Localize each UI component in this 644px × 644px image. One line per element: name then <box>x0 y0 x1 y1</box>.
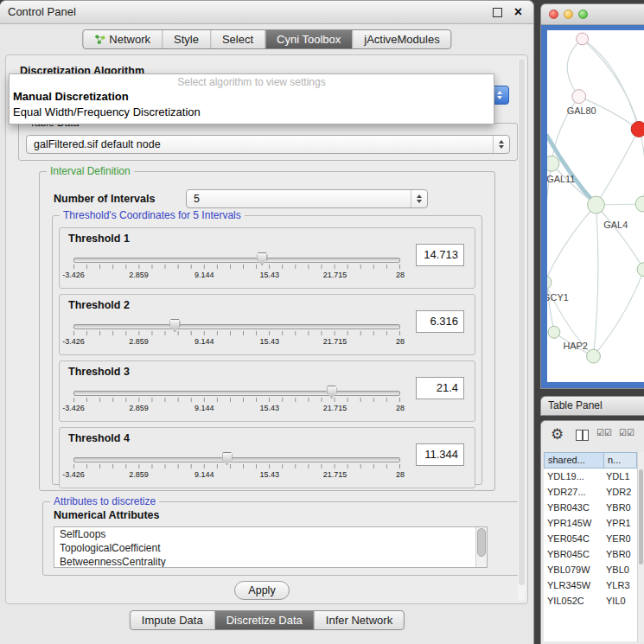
tick-label: 9.144 <box>194 404 214 412</box>
control-panel-titlebar[interactable]: Control Panel × <box>0 1 533 24</box>
network-edge[interactable] <box>567 39 582 97</box>
tick-label: -3.426 <box>62 470 85 479</box>
network-node-gcy1[interactable] <box>547 276 552 290</box>
select-attributes-icon[interactable]: ☑☑ <box>596 428 612 437</box>
slider-track[interactable] <box>73 457 400 462</box>
slider-tick-labels: -3.4262.8599.14415.4321.71528 <box>73 337 400 347</box>
table-row[interactable]: YBR045CYBR0 <box>544 546 637 562</box>
cell-shared-name: YBR045C <box>544 546 604 562</box>
network-node[interactable] <box>637 263 644 277</box>
network-edge[interactable] <box>547 163 554 332</box>
network-node-gal4[interactable] <box>588 196 605 214</box>
threshold-slider[interactable]: -3.4262.8599.14415.4321.71528 <box>73 450 400 485</box>
arrow-up-icon <box>417 194 422 198</box>
network-edge[interactable] <box>547 205 596 283</box>
slider-thumb[interactable] <box>169 319 181 332</box>
tab-style[interactable]: Style <box>162 30 210 48</box>
attribute-list-item[interactable]: SelfLoops <box>54 527 487 541</box>
tick-label: 15.43 <box>260 337 280 346</box>
columns-icon[interactable] <box>576 430 589 441</box>
table-row[interactable]: YER054CYER0 <box>544 531 637 546</box>
tick-label: 21.715 <box>323 337 348 346</box>
gear-icon[interactable]: ⚙ <box>551 425 564 443</box>
number-of-intervals-combobox[interactable]: 5 <box>186 189 428 208</box>
network-edge[interactable] <box>583 39 639 129</box>
table-panel-title: Table Panel <box>548 397 603 415</box>
select-rows-icon[interactable]: ☑☑ <box>619 428 634 437</box>
threshold-value-field[interactable]: 11.344 <box>416 443 464 466</box>
threshold-value-field[interactable]: 21.4 <box>416 377 464 399</box>
slider-track[interactable] <box>73 391 400 396</box>
table-row[interactable]: YBL079WYBL0 <box>544 562 637 577</box>
table-row[interactable]: YLR345WYLR3 <box>544 577 637 593</box>
tick-label: 28 <box>396 470 405 479</box>
attribute-list-item[interactable]: TopologicalCoefficient <box>54 541 487 555</box>
network-edge[interactable] <box>594 270 644 357</box>
table-data-combobox[interactable]: galFiltered.sif default node <box>26 135 510 154</box>
threshold-value-field[interactable]: 6.316 <box>416 310 464 333</box>
slider-thumb[interactable] <box>326 386 337 399</box>
network-canvas[interactable]: GAL80GAL11GAL4GCY1HAP2 <box>547 30 644 382</box>
network-node[interactable] <box>635 196 644 212</box>
panel-scrollbar[interactable] <box>518 58 526 601</box>
combobox-stepper-icon[interactable] <box>411 190 427 207</box>
table-row[interactable]: YBR043CYBR0 <box>544 500 637 515</box>
slider-track[interactable] <box>73 258 400 263</box>
table-row[interactable]: YDR27...YDR2 <box>544 484 637 500</box>
popup-option-manual-discretization[interactable]: Manual Discretization <box>10 89 494 105</box>
network-edge[interactable] <box>596 129 639 205</box>
bottom-tab-discretize-data[interactable]: Discretize Data <box>214 611 314 629</box>
popup-option-equal-width-frequency[interactable]: Equal Width/Frequency Discretization <box>10 105 494 120</box>
tick-label: 2.859 <box>129 470 149 479</box>
table-row[interactable]: YIL052CYIL0 <box>544 593 637 609</box>
table-row[interactable]: YDL19...YDL1 <box>544 469 637 484</box>
close-traffic-light-icon[interactable] <box>549 10 558 19</box>
network-edge[interactable] <box>596 205 644 270</box>
apply-button[interactable]: Apply <box>234 581 290 600</box>
column-header-shared-name[interactable]: shared... <box>544 452 604 469</box>
network-node[interactable] <box>577 33 589 45</box>
float-window-icon[interactable] <box>493 8 502 17</box>
zoom-traffic-light-icon[interactable] <box>578 10 588 19</box>
network-edge[interactable] <box>594 205 598 356</box>
column-header-name[interactable]: n... <box>604 452 637 469</box>
slider-thumb[interactable] <box>221 452 233 465</box>
list-scrollbar[interactable] <box>475 527 487 567</box>
bottom-tab-impute-data[interactable]: Impute Data <box>131 611 214 629</box>
network-window-titlebar[interactable] <box>541 4 644 25</box>
table-row[interactable]: YPR145WYPR1 <box>544 515 637 531</box>
network-node-gal80[interactable] <box>572 90 586 104</box>
slider-track[interactable] <box>73 324 400 329</box>
threshold-slider[interactable]: -3.4262.8599.14415.4321.71528 <box>73 317 400 352</box>
network-node[interactable] <box>548 326 560 338</box>
network-node[interactable] <box>631 121 644 137</box>
threshold-slider[interactable]: -3.4262.8599.14415.4321.71528 <box>73 384 400 418</box>
attribute-list-item[interactable]: BetweennessCentrality <box>54 555 487 568</box>
table-scrollbar[interactable] <box>637 452 644 641</box>
threshold-slider[interactable]: -3.4262.8599.14415.4321.71528 <box>73 251 400 285</box>
slider-thumb[interactable] <box>257 252 268 265</box>
close-icon[interactable]: × <box>514 3 522 21</box>
bottom-tab-infer-network[interactable]: Infer Network <box>314 611 404 629</box>
cell-name: YDL1 <box>604 469 637 484</box>
tab-select[interactable]: Select <box>210 30 265 48</box>
tick-label: 21.715 <box>323 404 348 412</box>
network-edge[interactable] <box>583 39 644 204</box>
table-panel-titlebar[interactable]: Table Panel <box>540 396 644 416</box>
numerical-attributes-list[interactable]: SelfLoopsTopologicalCoefficientBetweenne… <box>54 526 488 568</box>
network-node-gal11[interactable] <box>547 156 559 171</box>
combobox-stepper-icon[interactable] <box>493 136 509 153</box>
minimize-traffic-light-icon[interactable] <box>564 10 573 19</box>
tab-jactivemodules[interactable]: jActiveModules <box>352 30 450 48</box>
list-scrollbar-thumb[interactable] <box>477 528 486 557</box>
network-node-hap2[interactable] <box>587 349 601 363</box>
slider-tick-labels: -3.4262.8599.14415.4321.71528 <box>73 404 400 413</box>
threshold-value-field[interactable]: 14.713 <box>416 244 464 266</box>
network-graph[interactable]: GAL80GAL11GAL4GCY1HAP2 <box>547 30 644 382</box>
table-scrollbar-thumb[interactable] <box>639 469 643 564</box>
panel-scrollbar-thumb[interactable] <box>519 59 525 585</box>
tab-cyni-toolbox[interactable]: Cyni Toolbox <box>265 30 352 48</box>
cell-name: YDR2 <box>604 484 637 500</box>
threshold-label: Threshold 1 <box>68 233 130 245</box>
tab-network[interactable]: Network <box>83 30 162 48</box>
